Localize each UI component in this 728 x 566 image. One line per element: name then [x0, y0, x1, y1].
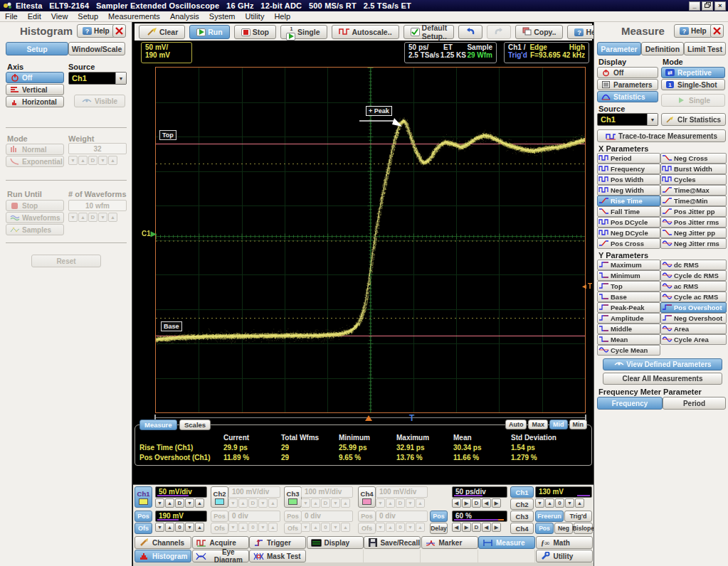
ch2-scale-up-button[interactable]: ▲: [238, 498, 248, 508]
ch3-offset-down-button[interactable]: ▼: [301, 523, 310, 532]
trigger-level-up-button[interactable]: ▲: [545, 498, 554, 508]
mode-normal-button[interactable]: Normal: [6, 144, 64, 155]
display-off-button[interactable]: Off: [597, 67, 658, 78]
chevron-down-icon[interactable]: ▼: [647, 114, 658, 125]
menu-utility[interactable]: Utility: [241, 11, 270, 22]
single-button[interactable]: 1Single: [280, 25, 327, 39]
trigger-mode-freerun[interactable]: Freerun: [535, 511, 564, 522]
redo-button[interactable]: [487, 25, 511, 39]
measure-source-select[interactable]: Ch1 ▼: [597, 113, 658, 126]
ch1-offset-up-button[interactable]: ▲: [165, 523, 174, 532]
y-param-pos-overshoot[interactable]: Pos Overshoot: [660, 302, 727, 313]
x-param-time-min[interactable]: Time@Min: [660, 196, 727, 206]
ch1-scale-down-fine-button[interactable]: ▼: [185, 498, 194, 508]
delay-up-button[interactable]: ▶: [462, 523, 471, 532]
delay-down-fine-button[interactable]: ◀: [482, 523, 491, 532]
view-min-button[interactable]: Min: [569, 420, 588, 429]
y-param-neg-overshoot[interactable]: Neg Overshoot: [660, 313, 727, 324]
tab-eye-diagram[interactable]: Eye Diagram: [192, 550, 249, 562]
ch1-scale-up-fine-button[interactable]: ▲: [195, 498, 204, 508]
y-param-amplitude[interactable]: Amplitude: [597, 313, 660, 324]
channel-ch4-button[interactable]: Ch4: [358, 486, 376, 508]
trigger-source-ch4[interactable]: Ch4: [510, 523, 534, 534]
reset-button[interactable]: Reset: [31, 255, 101, 267]
y-param-base[interactable]: Base: [597, 292, 660, 302]
clear-all-measurements-button[interactable]: Clear All Measurements: [603, 373, 722, 385]
ch4-offset-up-fine-button[interactable]: ▲: [416, 523, 425, 532]
default-setup-button[interactable]: Default Setup..: [403, 25, 455, 39]
num-waveforms-up-button[interactable]: ▲: [78, 213, 88, 222]
x-param-neg-dcycle[interactable]: Neg DCycle: [597, 228, 660, 238]
tab-window-scale[interactable]: Window/Scale: [68, 42, 125, 55]
trigger-source-ch3[interactable]: Ch3: [510, 511, 534, 522]
ch1-offset-down-button[interactable]: ▼: [155, 523, 164, 532]
channel-ch3-button[interactable]: Ch3: [284, 486, 302, 508]
minimize-button[interactable]: _: [689, 1, 700, 11]
mode-repetitive-button[interactable]: ⇄ Repetitive: [661, 67, 725, 78]
num-waveforms-down-fine-button[interactable]: ▼: [98, 213, 107, 222]
ch2-offset-up-button[interactable]: ▲: [238, 523, 248, 532]
menu-view[interactable]: View: [46, 11, 73, 22]
ch4-scale-up-fine-button[interactable]: ▲: [416, 498, 425, 508]
ch1-offset-down-fine-button[interactable]: ▼: [185, 523, 194, 532]
tab-mask-test[interactable]: Mask Test: [249, 550, 306, 562]
tab-limit-test[interactable]: Limit Test: [684, 42, 726, 55]
restore-button[interactable]: [702, 1, 713, 11]
num-waveforms-default-button[interactable]: D: [88, 213, 97, 222]
weight-up-button[interactable]: ▲: [78, 156, 88, 165]
ch3-scale-up-button[interactable]: ▲: [311, 498, 320, 508]
tab-marker[interactable]: Marker: [421, 536, 478, 549]
y-param-ac-rms[interactable]: ac RMS: [660, 281, 727, 292]
display-parameters-button[interactable]: Parameters: [597, 79, 658, 90]
ch3-offset-up-button[interactable]: ▲: [311, 523, 320, 532]
menu-measurements[interactable]: Measurements: [103, 11, 165, 22]
run-until-samples-button[interactable]: Samples: [6, 224, 64, 235]
ch2-offset-down-button[interactable]: ▼: [228, 523, 238, 532]
x-param-burst-width[interactable]: Burst Width: [660, 164, 727, 174]
delay-default-button[interactable]: D: [472, 523, 481, 532]
weight-down-fine-button[interactable]: ▼: [98, 156, 107, 165]
tab-measure[interactable]: Measure: [478, 536, 535, 549]
tab-trigger[interactable]: Trigger: [249, 536, 306, 549]
x-param-fall-time[interactable]: Fall Time: [597, 206, 660, 217]
y-param-dc-rms[interactable]: dc RMS: [660, 260, 727, 270]
copy-button[interactable]: Copy..: [515, 25, 563, 39]
trigger-source-ch1[interactable]: Ch1: [510, 486, 534, 498]
ch4-offset-down-fine-button[interactable]: ▼: [406, 523, 415, 532]
weight-down-button[interactable]: ▼: [68, 156, 78, 165]
ch4-scale-up-button[interactable]: ▲: [386, 498, 395, 508]
view-mid-button[interactable]: Mid: [549, 420, 568, 429]
y-param-cycle-dc-rms[interactable]: Cycle dc RMS: [660, 270, 727, 281]
x-param-period[interactable]: Period: [597, 153, 660, 164]
histogram-help-button[interactable]: ? Help: [77, 24, 115, 38]
timebase-down-button[interactable]: ◀: [452, 498, 461, 508]
ch2-scale-default-button[interactable]: D: [248, 498, 258, 508]
ch3-scale-down-fine-button[interactable]: ▼: [331, 498, 340, 508]
timebase-down-fine-button[interactable]: ◀: [482, 498, 491, 508]
ch1-scale-down-button[interactable]: ▼: [155, 498, 164, 508]
tab-scales[interactable]: Scales: [179, 420, 211, 430]
measure-close-button[interactable]: [710, 24, 724, 38]
weight-default-button[interactable]: D: [88, 156, 97, 165]
ch3-scale-down-button[interactable]: ▼: [301, 498, 310, 508]
ch1-offset-up-fine-button[interactable]: ▲: [195, 523, 204, 532]
ch4-offset-default-button[interactable]: 0: [396, 523, 405, 532]
trigger-level-up-fine-button[interactable]: ▲: [575, 498, 584, 508]
x-param-neg-width[interactable]: Neg Width: [597, 185, 660, 196]
timebase-up-fine-button[interactable]: ▶: [492, 498, 501, 508]
run-until-stop-button[interactable]: Stop: [6, 200, 64, 211]
x-param-frequency[interactable]: Frequency: [597, 164, 660, 174]
trigger-level-down-fine-button[interactable]: ▼: [565, 498, 574, 508]
tab-histogram[interactable]: Histogram: [134, 550, 191, 562]
ch3-scale-up-fine-button[interactable]: ▲: [341, 498, 350, 508]
ch2-scale-up-fine-button[interactable]: ▲: [268, 498, 278, 508]
ch2-scale-down-fine-button[interactable]: ▼: [258, 498, 268, 508]
menu-setup[interactable]: Setup: [73, 11, 103, 22]
tab-measure-results[interactable]: Measure: [139, 420, 177, 430]
measure-help-button[interactable]: ? Help: [674, 24, 712, 38]
ch4-scale-down-fine-button[interactable]: ▼: [406, 498, 415, 508]
waveform-plot[interactable]: Top Base + Peak: [155, 67, 586, 413]
mode-exponential-button[interactable]: Exponential: [6, 156, 64, 167]
ch2-scale-down-button[interactable]: ▼: [228, 498, 238, 508]
run-button[interactable]: Run: [189, 25, 229, 39]
